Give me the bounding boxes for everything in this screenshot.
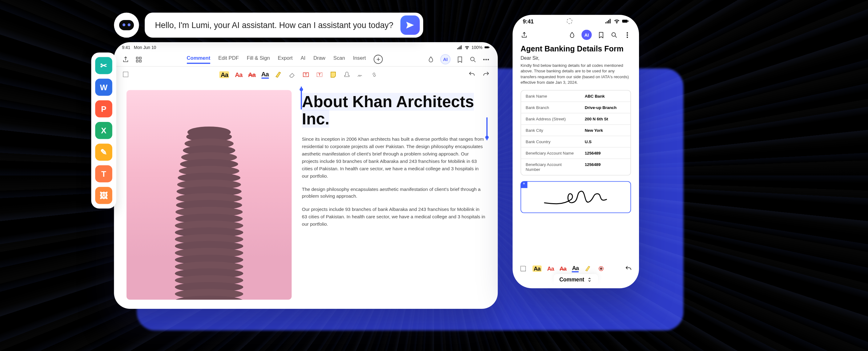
svg-rect-10 (123, 72, 128, 77)
tab-export[interactable]: Export (278, 55, 293, 64)
document-hero-image: placeholder (126, 90, 292, 300)
search-icon[interactable] (469, 56, 477, 63)
add-tab-button[interactable]: + (374, 55, 383, 64)
record-tool-icon[interactable] (597, 265, 605, 272)
dock-item-word[interactable]: W (95, 79, 112, 96)
dock-item-excel[interactable]: X (95, 122, 112, 139)
table-row: Bank CountryU.S (521, 136, 630, 147)
battery-icon (622, 18, 628, 25)
cell-key: Bank Branch (521, 102, 580, 113)
textbox-tool-icon[interactable] (302, 70, 310, 79)
ai-avatar[interactable] (114, 12, 139, 37)
more-icon[interactable] (624, 31, 631, 38)
strikethrough-tool[interactable]: Aa (248, 71, 255, 78)
highlight-tool[interactable]: Aa (219, 71, 229, 78)
file-type-dock: ✂ W P X ✎ T 🖼 (91, 52, 116, 208)
phone-device: 9:41 AI Agent Banking Details Form Dear … (513, 15, 639, 288)
select-tool-icon[interactable] (520, 265, 527, 272)
svg-rect-39 (622, 20, 627, 23)
select-tool-icon[interactable] (122, 71, 129, 78)
text-red-tool[interactable]: Aa (547, 265, 554, 271)
table-row: Bank BranchDrive-up Branch (521, 101, 630, 113)
share-icon[interactable] (122, 56, 129, 63)
document-paragraph-3[interactable]: Our projects include 93 branches of bank… (302, 206, 486, 228)
marker-tool-icon[interactable] (585, 265, 592, 272)
dock-item-powerpoint[interactable]: P (95, 100, 112, 118)
dock-item-edit[interactable]: ✎ (95, 144, 112, 161)
tab-fill-sign[interactable]: Fill & Sign (247, 55, 270, 64)
stamp-tool-icon[interactable] (343, 70, 350, 79)
svg-point-9 (488, 59, 489, 60)
ai-assistant-bar: Hello, I'm Lumi, your AI assistant. How … (114, 12, 423, 37)
svg-rect-4 (136, 60, 138, 62)
svg-rect-1 (489, 47, 490, 48)
phone-status-bar: 9:41 (513, 15, 639, 27)
ai-message-bubble[interactable]: Hello, I'm Lumi, your AI assistant. How … (145, 12, 423, 37)
svg-point-41 (612, 32, 616, 36)
bookmark-icon[interactable] (597, 31, 605, 38)
document-canvas: placeholder (114, 82, 498, 309)
redo-icon[interactable] (482, 71, 490, 78)
dock-item-trim[interactable]: ✂ (95, 57, 112, 74)
cell-key: Bank Address (Street) (521, 114, 580, 124)
ai-badge[interactable]: AI (582, 30, 592, 40)
bookmark-icon[interactable] (456, 56, 464, 63)
ai-send-button[interactable] (400, 16, 420, 35)
svg-rect-3 (140, 57, 141, 59)
cell-key: Bank Country (521, 137, 580, 147)
share-icon[interactable] (521, 31, 528, 38)
table-row: Bank CityNew York (521, 124, 630, 136)
undo-icon[interactable] (468, 71, 475, 78)
tablet-app-header: Comment Edit PDF Fill & Sign Export AI D… (114, 52, 498, 66)
undo-icon[interactable] (625, 265, 632, 272)
highlight-tool[interactable]: Aa (532, 265, 541, 271)
wifi-icon (464, 45, 470, 51)
signature-tool-icon[interactable] (356, 70, 365, 79)
dock-item-text[interactable]: T (95, 165, 112, 183)
document-title[interactable]: About Khan Architects Inc. (302, 94, 486, 128)
document-paragraph-2[interactable]: The design philosophy encapsulates aesth… (302, 186, 486, 200)
cell-key: Bank City (521, 125, 580, 136)
drop-icon[interactable] (568, 31, 576, 38)
tab-scan[interactable]: Scan (333, 55, 345, 64)
cell-value: 200 N 6th St (580, 114, 630, 124)
phone-app-header: AI (513, 27, 639, 42)
search-icon[interactable] (611, 31, 618, 38)
battery-icon (484, 45, 490, 51)
text-tool-icon[interactable] (315, 70, 323, 79)
tab-ai[interactable]: AI (301, 55, 306, 64)
svg-point-44 (627, 36, 628, 37)
ai-face-icon (119, 20, 134, 30)
tablet-device: 9:41 Mon Jun 10 100% Comment Edit PDF Fi… (114, 42, 498, 309)
required-star-icon: * (521, 181, 527, 188)
tab-comment[interactable]: Comment (187, 55, 211, 64)
tab-insert[interactable]: Insert (353, 55, 366, 64)
phone-status-time: 9:41 (523, 18, 534, 24)
eraser-tool-icon[interactable] (288, 70, 296, 79)
drop-icon[interactable] (427, 56, 435, 63)
tablet-annotate-toolbar: Aa Aa Aa Aa (114, 66, 498, 82)
svg-rect-5 (140, 60, 141, 62)
svg-point-8 (486, 59, 487, 60)
text-red-tool[interactable]: Aa (235, 71, 242, 78)
signature-field[interactable]: * (521, 181, 631, 213)
camera-dot-icon (566, 18, 572, 24)
underline-tool[interactable]: Aa (261, 70, 269, 79)
document-paragraph-1[interactable]: Since its inception in 2006 Khan archite… (302, 136, 486, 180)
note-tool-icon[interactable] (329, 70, 337, 79)
marker-tool-icon[interactable] (274, 70, 282, 79)
tab-draw[interactable]: Draw (313, 55, 326, 64)
mode-selector[interactable]: Comment (554, 274, 598, 285)
more-icon[interactable] (482, 56, 490, 63)
underline-tool[interactable]: Aa (572, 265, 579, 272)
mode-label: Comment (559, 276, 584, 282)
grid-icon[interactable] (135, 56, 143, 63)
tab-edit-pdf[interactable]: Edit PDF (218, 55, 239, 64)
link-tool-icon[interactable] (370, 70, 378, 79)
ai-badge[interactable]: AI (440, 54, 450, 64)
svg-point-47 (600, 268, 602, 269)
dock-item-image[interactable]: 🖼 (95, 187, 112, 204)
phone-document: Agent Banking Details Form Dear Sir, Kin… (513, 42, 639, 213)
strikethrough-tool[interactable]: Aa (560, 265, 566, 271)
bank-details-table: Bank NameABC Bank Bank BranchDrive-up Br… (521, 90, 631, 175)
